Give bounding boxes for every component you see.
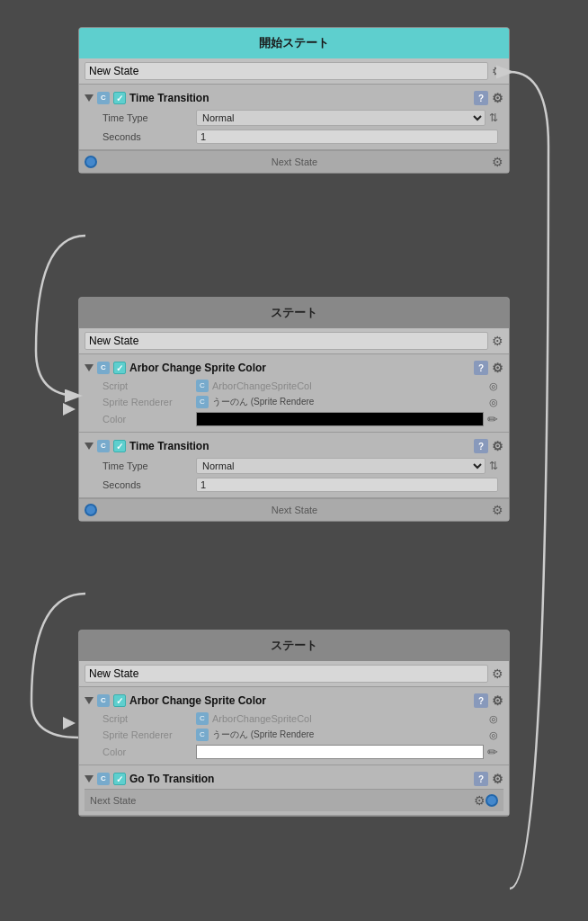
seconds-input[interactable] <box>196 130 498 144</box>
help-icon-3[interactable]: ? <box>474 439 488 453</box>
color-picker-white[interactable] <box>196 745 484 759</box>
node-state-2-next-state-row: Next State ⚙ <box>85 789 503 811</box>
canvas: 開始ステート ⚙ C ✓ Time Transition ? ⚙ Time Ty… <box>0 0 588 921</box>
collapse2-icon[interactable] <box>85 443 94 450</box>
s-c-icon: C <box>97 362 110 374</box>
node-state-1-next-state-row: Next State ⚙ <box>79 498 509 521</box>
help-icon-4[interactable]: ? <box>474 693 488 708</box>
eyedropper-icon[interactable]: ✏ <box>487 412 498 426</box>
help-icon[interactable]: ? <box>474 91 488 105</box>
next-state-gear-icon[interactable]: ⚙ <box>492 155 503 169</box>
seconds-label: Seconds <box>102 131 192 142</box>
seconds-row-2: Seconds <box>85 476 503 494</box>
goto-gear-icon[interactable]: ⚙ <box>474 793 486 808</box>
node-state-1-header: ステート <box>79 298 509 328</box>
node-state-1: ステート ⚙ C ✓ Arbor Change Sprite Color ? ⚙… <box>78 297 510 522</box>
cb3[interactable]: ✓ <box>113 694 126 707</box>
time-type-label-2: Time Type <box>102 460 192 471</box>
script-value: ArborChangeSpriteCol <box>212 380 486 391</box>
enable-cb[interactable]: ✓ <box>113 362 126 374</box>
collapse-icon[interactable] <box>85 364 94 371</box>
section-gear-5[interactable]: ⚙ <box>492 772 503 786</box>
sprite-renderer-label: Sprite Renderer <box>102 397 192 407</box>
seconds-row: Seconds <box>85 128 503 146</box>
arbor-color-title: Arbor Change Sprite Color <box>129 362 266 374</box>
node-state-1-color-header: C ✓ Arbor Change Sprite Color ? ⚙ <box>85 358 503 378</box>
node-state-2-goto-header: C ✓ Go To Transition ? ⚙ <box>85 769 503 789</box>
cb2[interactable]: ✓ <box>113 440 126 452</box>
script-c-icon: C <box>97 92 110 104</box>
sprite-renderer-value-2: うーのん (Sprite Rendere <box>212 729 486 741</box>
time-type-row-2: Time Type Normal ⇅ <box>85 456 503 476</box>
section-gear-3[interactable]: ⚙ <box>492 439 503 453</box>
sprite-renderer-row-2: Sprite Renderer C うーのん (Sprite Rendere ◎ <box>85 727 503 743</box>
sprite-renderer-label-2: Sprite Renderer <box>102 729 192 740</box>
node-start-time-transition-section: C ✓ Time Transition ? ⚙ Time Type Normal… <box>79 85 509 150</box>
seconds-input-2[interactable] <box>196 478 498 492</box>
node-state-1-time-header: C ✓ Time Transition ? ⚙ <box>85 436 503 456</box>
sprite-ref-icon: C <box>196 396 209 408</box>
collapse3-icon[interactable] <box>85 697 94 704</box>
collapse-triangle-icon[interactable] <box>85 94 94 102</box>
node-state-2-gear[interactable]: ⚙ <box>492 666 503 681</box>
sprite-ref-icon-2: C <box>196 729 209 741</box>
sprite-renderer-value: うーのん (Sprite Rendere <box>212 396 486 408</box>
help-icon-5[interactable]: ? <box>474 772 488 786</box>
time-type-label: Time Type <box>102 112 192 123</box>
color-picker-black[interactable] <box>196 412 484 426</box>
section-gear-icon[interactable]: ⚙ <box>492 91 503 105</box>
node-state-2-color-section: C ✓ Arbor Change Sprite Color ? ⚙ Script… <box>79 687 509 765</box>
node-start-title-row: ⚙ <box>79 58 509 85</box>
color-row-1: Color ✏ <box>85 410 503 428</box>
time-transition-2-title: Time Transition <box>129 440 209 452</box>
node-start-title-input[interactable] <box>85 62 488 80</box>
next-state-connector[interactable] <box>85 156 97 168</box>
script-prop-label-2: Script <box>102 713 192 724</box>
node-state-2-arrow <box>63 717 76 729</box>
arbor-color-title-2: Arbor Change Sprite Color <box>129 694 266 707</box>
c4-icon: C <box>97 773 110 785</box>
goto-title: Go To Transition <box>129 773 214 785</box>
node-start-gear-icon[interactable]: ⚙ <box>492 64 503 78</box>
time-type-select[interactable]: Normal <box>196 110 486 126</box>
script-ref-icon-2: C <box>196 712 209 725</box>
node-state-2-title-row: ⚙ <box>79 661 509 687</box>
node-state-1-title-input[interactable] <box>85 332 488 350</box>
next-state-gear-2[interactable]: ⚙ <box>492 503 503 517</box>
script-value-2: ArborChangeSpriteCol <box>212 713 486 724</box>
script-prop-label: Script <box>102 380 192 391</box>
script-row: Script C ArborChangeSpriteCol ◎ <box>85 378 503 394</box>
script-ref-icon: C <box>196 380 209 392</box>
section-title-label: Time Transition <box>129 92 209 104</box>
section-icons-right: ? ⚙ <box>474 91 503 105</box>
node-state-2: ステート ⚙ C ✓ Arbor Change Sprite Color ? ⚙… <box>78 630 510 817</box>
color-label-1: Color <box>102 414 192 425</box>
section-gear-4[interactable]: ⚙ <box>492 693 503 708</box>
color-label-2: Color <box>102 747 192 757</box>
eyedropper-icon-2[interactable]: ✏ <box>487 745 498 759</box>
help-icon-2[interactable]: ? <box>474 361 488 375</box>
next-state-label: Next State <box>97 156 492 167</box>
node-start-header: 開始ステート <box>79 28 509 58</box>
node-state-1-time-section: C ✓ Time Transition ? ⚙ Time Type Normal… <box>79 433 509 498</box>
node-state-2-title-input[interactable] <box>85 665 488 683</box>
section-gear-2[interactable]: ⚙ <box>492 361 503 375</box>
collapse4-icon[interactable] <box>85 775 94 782</box>
c2-icon: C <box>97 440 110 452</box>
next-state-connector-2[interactable] <box>85 504 97 516</box>
enable-checkbox-icon[interactable]: ✓ <box>113 92 126 104</box>
cb4[interactable]: ✓ <box>113 773 126 785</box>
time-type-row: Time Type Normal ⇅ <box>85 108 503 128</box>
node-state-1-title-row: ⚙ <box>79 328 509 354</box>
node-start: 開始ステート ⚙ C ✓ Time Transition ? ⚙ Time Ty… <box>78 27 510 174</box>
next-state-label-3: Next State <box>90 795 474 806</box>
goto-connector-circle[interactable] <box>486 794 498 807</box>
node-state-1-gear-icon[interactable]: ⚙ <box>492 334 503 348</box>
node-state-2-header: ステート <box>79 630 509 661</box>
node-start-section-header: C ✓ Time Transition ? ⚙ <box>85 88 503 108</box>
color-row-2: Color ✏ <box>85 743 503 761</box>
node-state-1-color-section: C ✓ Arbor Change Sprite Color ? ⚙ Script… <box>79 354 509 433</box>
sprite-renderer-row: Sprite Renderer C うーのん (Sprite Rendere ◎ <box>85 394 503 410</box>
time-type-select-2[interactable]: Normal <box>196 458 486 474</box>
next-state-label-2: Next State <box>97 505 492 515</box>
